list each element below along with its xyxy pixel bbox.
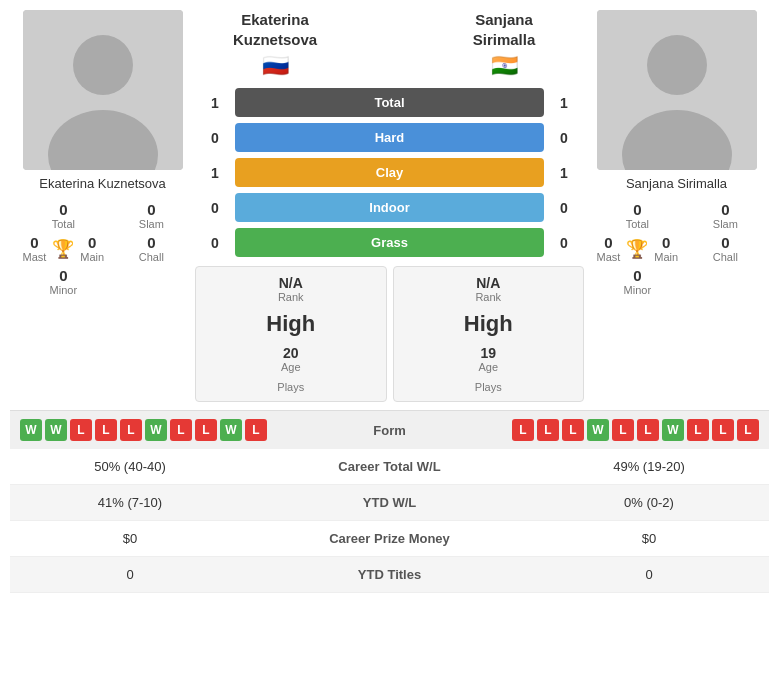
form-badge-p1-L: L <box>170 419 192 441</box>
player1-rank-value: N/A <box>204 275 378 291</box>
player2-slam-value: 0 <box>694 201 756 218</box>
form-badge-p2-L: L <box>512 419 534 441</box>
player1-chall-value: 0 <box>120 234 182 251</box>
player1-minor-stat: 0 Minor <box>23 267 105 296</box>
player2-rank-label: Rank <box>402 291 576 303</box>
surface-indoor-row: 0 Indoor 0 <box>195 193 584 222</box>
player2-main-label: Main <box>654 251 678 263</box>
form-badge-p2-L: L <box>612 419 634 441</box>
stats-right-0: 49% (19-20) <box>529 459 769 474</box>
surface-grass-row: 0 Grass 0 <box>195 228 584 257</box>
stats-right-3: 0 <box>529 567 769 582</box>
player2-high-row: High <box>402 311 576 337</box>
player2-age-value: 19 <box>402 345 576 361</box>
player1-chall-stat: 0 Chall <box>120 234 182 263</box>
player1-name: Ekaterina Kuznetsova <box>39 176 165 191</box>
player1-age-row: 20 Age <box>204 345 378 373</box>
surface-total-btn: Total <box>235 88 544 117</box>
stats-right-1: 0% (0-2) <box>529 495 769 510</box>
form-badge-p1-W: W <box>145 419 167 441</box>
player1-minor-label: Minor <box>23 284 105 296</box>
player1-high-row: High <box>204 311 378 337</box>
stats-left-0: 50% (40-40) <box>10 459 250 474</box>
form-badge-p1-L: L <box>245 419 267 441</box>
player1-total-stat: 0 Total <box>23 201 105 230</box>
surface-indoor-right: 0 <box>544 200 584 216</box>
player2-main-value: 0 <box>654 234 678 251</box>
surface-clay-left: 1 <box>195 165 235 181</box>
stats-row-0: 50% (40-40) Career Total W/L 49% (19-20) <box>10 449 769 485</box>
player2-total-stat: 0 Total <box>597 201 679 230</box>
player2-mast-stat: 0 Mast 🏆 0 Main <box>597 234 679 263</box>
form-badge-p2-W: W <box>662 419 684 441</box>
form-badge-p1-W: W <box>220 419 242 441</box>
player2-chall-stat: 0 Chall <box>694 234 756 263</box>
form-badge-p1-W: W <box>45 419 67 441</box>
surface-grass-right: 0 <box>544 235 584 251</box>
surface-hard-left: 0 <box>195 130 235 146</box>
surface-indoor-left: 0 <box>195 200 235 216</box>
player2-trophy-icon: 🏆 <box>626 238 648 260</box>
comparison-section: Ekaterina Kuznetsova 0 Total 0 Slam 0 Ma… <box>10 10 769 402</box>
center-column: EkaterinaKuznetsova 🇷🇺 SanjanaSirimalla … <box>195 10 584 402</box>
stats-right-2: $0 <box>529 531 769 546</box>
stats-table: 50% (40-40) Career Total W/L 49% (19-20)… <box>10 449 769 593</box>
player1-slam-label: Slam <box>120 218 182 230</box>
player2-name-top: SanjanaSirimalla <box>424 10 584 49</box>
player2-chall-value: 0 <box>694 234 756 251</box>
form-badge-p2-L: L <box>637 419 659 441</box>
player2-age-row: 19 Age <box>402 345 576 373</box>
player1-trophy-icon: 🏆 <box>52 238 74 260</box>
surface-hard-btn: Hard <box>235 123 544 152</box>
form-badge-p2-L: L <box>562 419 584 441</box>
svg-point-4 <box>647 35 707 95</box>
player1-chall-label: Chall <box>120 251 182 263</box>
form-badge-p1-L: L <box>95 419 117 441</box>
surface-grass-left: 0 <box>195 235 235 251</box>
stats-left-1: 41% (7-10) <box>10 495 250 510</box>
form-badge-p1-L: L <box>70 419 92 441</box>
player1-mast-stat: 0 Mast 🏆 0 Main <box>23 234 105 263</box>
stats-label-1: YTD W/L <box>250 495 529 510</box>
player2-info-box: N/A Rank High 19 Age Plays <box>393 266 585 402</box>
player1-plays-row: Plays <box>204 381 378 393</box>
player1-age-value: 20 <box>204 345 378 361</box>
player2-plays-row: Plays <box>402 381 576 393</box>
player2-rank-row: N/A Rank <box>402 275 576 303</box>
player2-flag: 🇮🇳 <box>424 53 584 79</box>
player2-slam-stat: 0 Slam <box>694 201 756 230</box>
svg-point-1 <box>73 35 133 95</box>
player1-avatar <box>23 10 183 170</box>
surface-total-row: 1 Total 1 <box>195 88 584 117</box>
surface-clay-right: 1 <box>544 165 584 181</box>
player1-slam-stat: 0 Slam <box>120 201 182 230</box>
player2-form-badges: LLLWLLWLLL <box>512 419 759 441</box>
surface-clay-row: 1 Clay 1 <box>195 158 584 187</box>
surface-hard-row: 0 Hard 0 <box>195 123 584 152</box>
player2-minor-value: 0 <box>597 267 679 284</box>
player2-mast-value: 0 <box>597 234 621 251</box>
player1-column: Ekaterina Kuznetsova 0 Total 0 Slam 0 Ma… <box>10 10 195 402</box>
player1-mast-value: 0 <box>23 234 47 251</box>
player1-slam-value: 0 <box>120 201 182 218</box>
player2-minor-stat: 0 Minor <box>597 267 679 296</box>
surface-hard-right: 0 <box>544 130 584 146</box>
form-badge-p2-L: L <box>712 419 734 441</box>
form-badge-p2-W: W <box>587 419 609 441</box>
main-container: Ekaterina Kuznetsova 0 Total 0 Slam 0 Ma… <box>0 0 779 603</box>
stats-label-2: Career Prize Money <box>250 531 529 546</box>
stats-left-2: $0 <box>10 531 250 546</box>
player2-name: Sanjana Sirimalla <box>626 176 727 191</box>
player1-stats: 0 Total 0 Slam 0 Mast 🏆 0 Main <box>23 201 183 296</box>
player2-total-value: 0 <box>597 201 679 218</box>
player1-name-top: EkaterinaKuznetsova <box>195 10 355 49</box>
form-section: WWLLLWLLWL Form LLLWLLWLLL <box>10 410 769 449</box>
stats-label-0: Career Total W/L <box>250 459 529 474</box>
player1-rank-row: N/A Rank <box>204 275 378 303</box>
player1-mast-label: Mast <box>23 251 47 263</box>
player2-minor-label: Minor <box>597 284 679 296</box>
player2-mast-label: Mast <box>597 251 621 263</box>
player2-avatar <box>597 10 757 170</box>
surface-total-right: 1 <box>544 95 584 111</box>
surface-indoor-btn: Indoor <box>235 193 544 222</box>
